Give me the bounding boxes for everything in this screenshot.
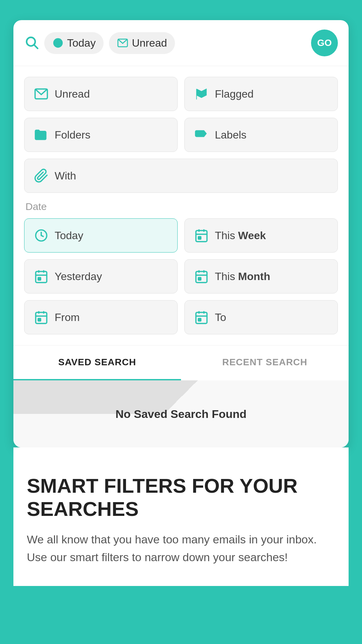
svg-line-1 xyxy=(34,45,38,48)
svg-rect-21 xyxy=(36,312,47,323)
promo-body: We all know that you have too many email… xyxy=(27,531,335,566)
date-this-month[interactable]: This Month xyxy=(184,259,338,293)
svg-rect-30 xyxy=(198,319,201,321)
promo-title: SMART FILTERS FOR YOUR SEARCHES xyxy=(27,474,335,521)
svg-rect-10 xyxy=(198,237,201,239)
unread-chip-label: Unread xyxy=(132,37,167,49)
unread-chip[interactable]: Unread xyxy=(109,32,175,54)
today-chip-label: Today xyxy=(67,37,96,49)
tab-recent-search[interactable]: RECENT SEARCH xyxy=(181,345,349,380)
today-chip[interactable]: Today xyxy=(44,32,104,54)
date-yesterday[interactable]: Yesterday xyxy=(24,259,178,293)
tab-saved-search[interactable]: SAVED SEARCH xyxy=(13,345,181,380)
filter-unread[interactable]: Unread xyxy=(24,77,178,111)
filter-flagged[interactable]: Flagged xyxy=(184,77,338,111)
date-today[interactable]: Today xyxy=(24,218,178,253)
main-card: Today Unread GO Unread Flag xyxy=(13,20,349,447)
svg-rect-25 xyxy=(38,319,41,321)
promo-section: SMART FILTERS FOR YOUR SEARCHES We all k… xyxy=(13,447,349,586)
empty-state: No Saved Search Found xyxy=(13,380,349,447)
svg-rect-16 xyxy=(196,271,207,282)
svg-rect-20 xyxy=(198,278,201,280)
filter-folders[interactable]: Folders xyxy=(24,118,178,152)
svg-rect-11 xyxy=(36,271,47,282)
go-button[interactable]: GO xyxy=(311,30,338,56)
date-label: Date xyxy=(24,201,338,212)
svg-rect-6 xyxy=(196,230,207,241)
svg-rect-15 xyxy=(38,278,41,280)
svg-rect-26 xyxy=(196,312,207,323)
date-from[interactable]: From xyxy=(24,300,178,334)
no-saved-text: No Saved Search Found xyxy=(115,408,246,421)
search-icon xyxy=(24,35,39,51)
date-section: Date Today This Week xyxy=(13,201,349,342)
filter-with[interactable]: With xyxy=(24,159,338,193)
date-to[interactable]: To xyxy=(184,300,338,334)
search-tabs: SAVED SEARCH RECENT SEARCH xyxy=(13,345,349,380)
date-grid: Today This Week xyxy=(24,218,338,334)
filter-labels[interactable]: Labels xyxy=(184,118,338,152)
filters-grid: Unread Flagged Folders Labels xyxy=(13,66,349,201)
date-this-week[interactable]: This Week xyxy=(184,218,338,253)
search-bar: Today Unread GO xyxy=(13,20,349,66)
